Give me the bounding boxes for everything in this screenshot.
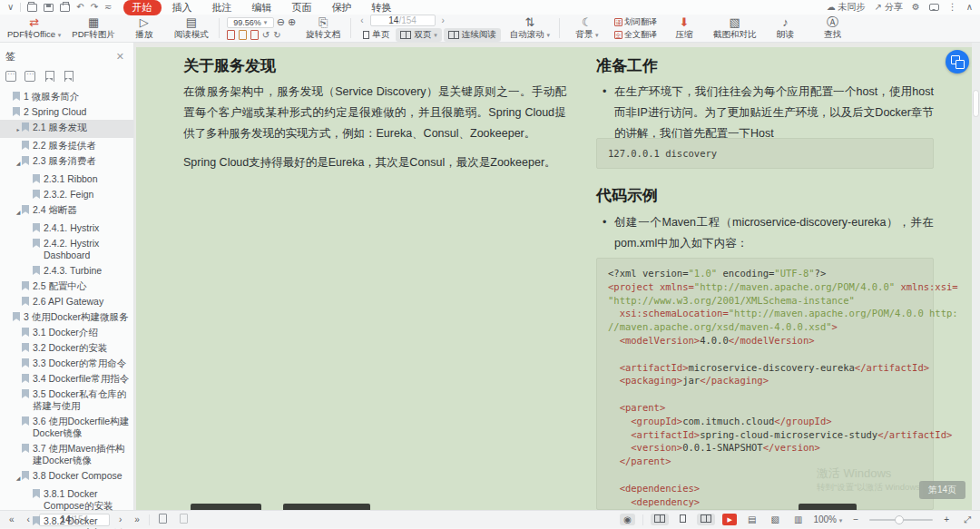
bookmark-item[interactable]: ◢2.4 熔断器 — [0, 202, 133, 220]
wps-play-icon[interactable]: ▶ — [722, 514, 737, 525]
bookmark-item[interactable]: 3.4 Dockerfile常用指令 — [0, 371, 133, 387]
bookmark-item[interactable]: 3 使用Docker构建微服务 — [0, 309, 133, 325]
double-page-layout-icon[interactable] — [697, 514, 715, 525]
print-icon[interactable] — [60, 4, 70, 12]
zoom-slider-handle[interactable] — [895, 515, 904, 524]
page-note-icon[interactable] — [155, 513, 171, 526]
bookmark-item[interactable]: ▸2.1 服务发现 — [0, 120, 133, 138]
zoom-in-icon[interactable]: ⊕ — [288, 16, 296, 28]
vertical-scrollbar[interactable] — [972, 43, 980, 510]
bookmark-item[interactable]: ◢3.8 Docker Compose — [0, 468, 133, 486]
tree-toggle-icon[interactable]: ▸ — [15, 124, 22, 136]
menu-tab-开始[interactable]: 开始 — [123, 0, 162, 15]
rotate-document-button[interactable]: ⎘ 旋转文档 — [303, 16, 343, 41]
read-mode-button[interactable]: ▤ 阅读模式 — [172, 16, 211, 41]
tree-toggle-icon[interactable]: ◢ — [15, 207, 22, 219]
fullscreen-icon[interactable]: ⤢ — [960, 514, 975, 526]
continuous-layout-icon[interactable] — [651, 514, 669, 525]
word-translate-button[interactable]: 译划词翻译 — [614, 16, 657, 28]
prev-page-icon[interactable]: ‹ — [358, 15, 365, 25]
pdf-to-office-button[interactable]: ⇄ PDF转Office ▾ — [5, 16, 63, 41]
bookmark-item[interactable]: 3.2 Docker的安装 — [0, 340, 133, 356]
sync-status[interactable]: ☁ 未同步 — [827, 1, 866, 14]
page-tool-icon[interactable] — [227, 30, 235, 40]
bookmark-item[interactable]: 2.4.3. Turbine — [0, 263, 133, 279]
bookmark-item[interactable]: 3.6 使用Dockerfile构建Docker镜像 — [0, 414, 133, 441]
page-tool-icon[interactable] — [250, 30, 259, 40]
status-zoom-value[interactable]: 100% ▾ — [813, 514, 842, 524]
bookmark-item[interactable]: 2.3.1 Ribbon — [0, 171, 133, 187]
info-page-icon[interactable]: ▤ — [744, 514, 760, 525]
tree-toggle-icon[interactable]: ◢ — [15, 158, 22, 170]
find-button[interactable]: Ⓐ 查找 — [812, 16, 852, 41]
auto-scroll-button[interactable]: ⇅ 自动滚动 ▾ — [508, 16, 552, 41]
zoom-out-icon[interactable]: ⊖ — [277, 16, 285, 28]
eye-protection-icon[interactable]: ◉ — [620, 514, 635, 525]
pdf-page[interactable]: 关于服务发现 在微服务架构中，服务发现（Service Discovery）是关… — [136, 47, 980, 510]
bookmark-item[interactable]: 3.8.1 Docker Compose的安装 — [0, 486, 133, 514]
customize-toolbar-icon[interactable]: ≂ — [104, 3, 112, 12]
full-translate-button[interactable]: 全全文翻译 — [614, 29, 657, 41]
bookmark-item[interactable]: 2.3.2. Feign — [0, 187, 133, 202]
play-button[interactable]: ▷ 播放 — [124, 16, 164, 41]
bookmark-item[interactable]: 3.3 Docker的常用命令 — [0, 356, 133, 371]
menu-tab-批注[interactable]: 批注 — [203, 0, 241, 15]
tree-toggle-icon[interactable]: ◢ — [15, 473, 22, 485]
bookmark-item[interactable]: 2.5 配置中心 — [0, 279, 133, 294]
zoom-in-icon[interactable]: + — [940, 514, 953, 525]
settings-gear-icon[interactable]: ⚙ — [912, 3, 920, 12]
single-page-button[interactable]: 单页 — [358, 28, 394, 42]
page-number-field[interactable]: 14/154 — [370, 15, 436, 26]
bookmark-item[interactable]: 3.8.2 Docker Compose入门示例 — [0, 514, 133, 529]
zoom-slider[interactable] — [869, 519, 933, 521]
bookmark-item[interactable]: ◢2.3 服务消费者 — [0, 153, 133, 171]
bookmark-item[interactable]: 2 Spring Cloud — [0, 104, 133, 120]
more-options-icon[interactable]: ⋮ — [948, 3, 957, 12]
read-aloud-button[interactable]: ♪ 朗读 — [765, 16, 805, 41]
extract-page-icon[interactable]: ▥ — [790, 514, 806, 525]
compress-button[interactable]: ⬇ 压缩 — [664, 16, 704, 41]
open-file-icon[interactable] — [27, 4, 37, 12]
next-page-icon[interactable]: › — [440, 15, 446, 25]
bookmark-item[interactable]: 2.4.1. Hystrix — [0, 220, 133, 236]
bookmark-item[interactable]: 3.7 使用Maven插件构建Docker镜像 — [0, 441, 133, 468]
pdf-to-image-button[interactable]: ▦ PDF转图片 — [70, 16, 117, 41]
zoom-out-icon[interactable]: − — [849, 514, 862, 525]
collapse-all-icon[interactable] — [24, 71, 35, 82]
menu-tab-页面[interactable]: 页面 — [283, 0, 321, 15]
undo-icon[interactable]: ↶ — [76, 3, 83, 12]
double-page-button[interactable]: 双页▾ — [396, 28, 442, 42]
bookmark-item[interactable]: 2.6 API Gateway — [0, 294, 133, 309]
chevron-down-icon[interactable]: ∨ — [7, 3, 14, 12]
redo-icon[interactable]: ↷ — [91, 3, 98, 12]
menu-tab-保护[interactable]: 保护 — [323, 0, 361, 15]
background-button[interactable]: ☾ 背景 ▾ — [567, 16, 607, 41]
page-note-icon[interactable] — [176, 513, 191, 526]
bookmark-item[interactable]: 1 微服务简介 — [0, 89, 133, 104]
menu-tab-插入[interactable]: 插入 — [163, 0, 201, 15]
share-button[interactable]: ↗ 分享 — [875, 1, 903, 14]
bookmark-item[interactable]: 3.5 Docker私有仓库的搭建与使用 — [0, 387, 133, 414]
continuous-read-button[interactable]: 连续阅读 — [444, 28, 501, 42]
snapshot-icon[interactable]: ▧ — [768, 514, 783, 525]
menu-tab-编辑[interactable]: 编辑 — [243, 0, 281, 15]
save-icon[interactable] — [44, 4, 54, 12]
bookmark-item[interactable]: 2.2 服务提供者 — [0, 138, 133, 153]
menu-tab-转换[interactable]: 转换 — [363, 0, 401, 15]
collapse-ribbon-icon[interactable]: ∧ — [966, 3, 973, 12]
zoom-value-field[interactable]: 99.56%▾ — [227, 17, 274, 28]
bookmark-item[interactable]: 3.1 Docker介绍 — [0, 325, 133, 340]
screenshot-compare-button[interactable]: ▧ 截图和对比 — [711, 16, 759, 41]
page-tool-icon[interactable] — [239, 30, 247, 40]
bookmark-icon[interactable] — [63, 71, 74, 82]
close-icon[interactable]: ✕ — [116, 51, 124, 63]
expand-all-icon[interactable] — [5, 71, 16, 82]
scrollbar-thumb[interactable] — [973, 90, 979, 117]
bookmark-item[interactable]: 2.4.2. Hystrix Dashboard — [0, 236, 133, 263]
rotate-right-icon[interactable]: ↻ — [273, 30, 280, 40]
rotate-left-icon[interactable]: ↺ — [262, 30, 270, 40]
single-page-layout-icon[interactable] — [676, 514, 690, 525]
feedback-bubble-icon[interactable] — [929, 4, 939, 11]
assistant-float-button[interactable] — [946, 50, 969, 73]
add-bookmark-icon[interactable] — [44, 71, 54, 82]
